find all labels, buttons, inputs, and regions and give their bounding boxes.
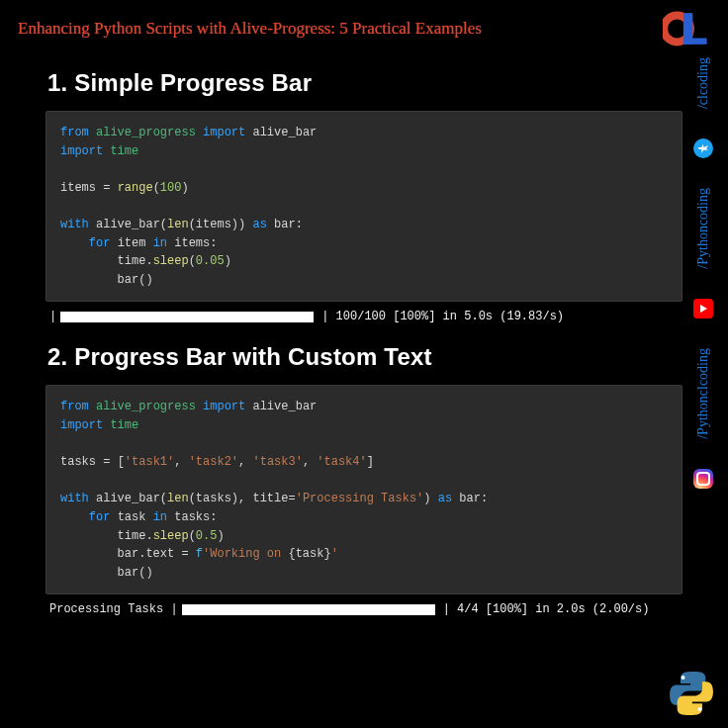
code-token: as: [252, 218, 266, 231]
code-token: for: [89, 510, 111, 524]
svg-point-5: [697, 707, 701, 711]
progress-bar-fill: [60, 312, 314, 322]
code-token: 'Processing Tasks': [296, 492, 424, 505]
code-token: (: [160, 218, 167, 231]
code-token: (: [153, 181, 160, 195]
youtube-icon[interactable]: [693, 299, 713, 318]
code-token: 'task3': [252, 455, 302, 469]
brand-logo: [663, 10, 710, 47]
svg-point-4: [682, 676, 685, 680]
code-token: alive_progress: [96, 400, 196, 413]
code-token: ): [423, 492, 430, 505]
code-token: items: [60, 181, 96, 195]
code-token: item: [118, 236, 146, 250]
instagram-icon[interactable]: [693, 469, 713, 489]
code-token: text: [145, 547, 174, 561]
code-token: bar: [274, 218, 296, 231]
header-bar: Enhancing Python Scripts with Alive-Prog…: [0, 0, 728, 53]
code-token: :: [210, 510, 217, 524]
progress-bar-fill: [182, 604, 435, 615]
code-token: ]: [367, 455, 374, 469]
code-token: alive_progress: [96, 126, 196, 139]
code-token: 0.5: [196, 529, 218, 543]
code-token: (: [160, 492, 167, 505]
code-token: bar: [459, 492, 481, 505]
twitter-icon[interactable]: [693, 138, 713, 158]
code-token: import: [60, 144, 103, 158]
social-rail: /clcoding/Pythoncoding/Pythonclcoding: [688, 57, 718, 489]
social-handle[interactable]: /Pythonclcoding: [695, 348, 711, 439]
code-token: import: [203, 400, 245, 413]
code-token: sleep: [153, 529, 189, 543]
code-token: .: [145, 529, 152, 543]
social-handle[interactable]: /Pythoncoding: [695, 188, 711, 269]
code-token: [: [118, 455, 125, 469]
code-token: for: [89, 236, 111, 250]
code-token: }: [323, 547, 330, 561]
svg-rect-3: [683, 39, 707, 45]
code-token: =: [103, 181, 110, 195]
code-token: time: [118, 529, 146, 543]
code-token: sleep: [153, 254, 189, 268]
code-token: 'Working on: [203, 547, 288, 561]
python-logo-icon: [665, 667, 718, 720]
code-token: ,: [303, 455, 317, 469]
code-token: =: [103, 455, 110, 469]
code-token: :: [296, 218, 303, 231]
code-token: ): [181, 181, 188, 195]
code-token: 'task1': [125, 455, 174, 469]
code-token: in: [153, 510, 167, 524]
output-prefix: Processing Tasks |: [49, 602, 178, 616]
output-prefix: |: [49, 310, 56, 323]
code-token: time: [118, 254, 146, 268]
code-token: task: [118, 510, 146, 524]
code-token: len: [167, 492, 189, 505]
code-token: :: [210, 236, 217, 250]
code-token: =: [181, 547, 188, 561]
code-token: bar: [118, 547, 139, 561]
code-token: len: [167, 218, 189, 231]
code-token: alive_bar: [96, 492, 160, 505]
code-token: alive_bar: [252, 126, 317, 139]
code-token: as: [438, 492, 452, 505]
code-token: :: [481, 492, 488, 505]
code-token: with: [60, 218, 89, 231]
code-token: (: [189, 492, 196, 505]
code-token: 100: [160, 181, 182, 195]
code-token: )): [231, 218, 245, 231]
code-token: items: [174, 236, 210, 250]
code-token: 'task2': [189, 455, 238, 469]
code-token: .: [145, 254, 152, 268]
code-token: tasks: [174, 510, 210, 524]
code-token: {: [288, 547, 295, 561]
code-token: f: [196, 547, 203, 561]
code-token: ): [217, 529, 224, 543]
code-token: (): [138, 273, 152, 287]
code-token: import: [203, 126, 245, 139]
code-token: task: [296, 547, 324, 561]
code-token: import: [60, 418, 103, 432]
code-token: ,: [174, 455, 188, 469]
code-token: (: [189, 218, 196, 231]
document-content: 1. Simple Progress Barfrom alive_progres…: [0, 53, 728, 626]
page-title: Enhancing Python Scripts with Alive-Prog…: [18, 19, 482, 39]
social-handle[interactable]: /clcoding: [695, 57, 711, 109]
code-token: tasks: [60, 455, 96, 469]
code-token: (: [189, 529, 196, 543]
code-token: (): [138, 566, 152, 580]
code-token: with: [60, 492, 89, 505]
code-block: from alive_progress import alive_bar imp…: [46, 111, 682, 302]
code-token: bar: [118, 566, 139, 580]
code-token: alive_bar: [252, 400, 317, 413]
code-token: items: [196, 218, 231, 231]
code-token: tasks: [196, 492, 231, 505]
output-stats: | 4/4 [100%] in 2.0s (2.00/s): [439, 602, 650, 616]
code-token: ),: [231, 492, 253, 505]
progress-output: Processing Tasks || 4/4 [100%] in 2.0s (…: [46, 594, 682, 626]
code-token: in: [153, 236, 167, 250]
section-title: 2. Progress Bar with Custom Text: [47, 343, 682, 371]
code-token: ,: [238, 455, 252, 469]
code-token: bar: [118, 273, 139, 287]
code-token: alive_bar: [96, 218, 160, 231]
code-token: (: [189, 254, 196, 268]
